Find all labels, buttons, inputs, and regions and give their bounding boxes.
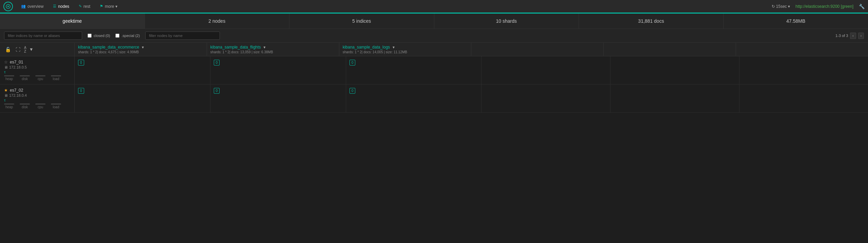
filter-icon[interactable]: ▼ xyxy=(29,47,34,52)
filter-indices-input[interactable] xyxy=(4,32,82,40)
index-name-row-2: kibana_sample_data_logs ▼ xyxy=(343,45,468,50)
empty-shard-1-5 xyxy=(739,85,868,112)
metric-load: load xyxy=(51,75,61,81)
metric-bar-disk xyxy=(20,75,30,76)
shards-count: 10 shards xyxy=(434,14,579,29)
index-col-header-0: kibana_sample_data_ecommerce ▼ shards: 1… xyxy=(75,43,207,56)
overview-icon: 👥 xyxy=(21,4,26,8)
shard-badge-1-2[interactable]: 0 xyxy=(350,88,356,94)
shard-cell-0-0: 0 xyxy=(75,56,210,84)
app-logo[interactable] xyxy=(3,2,13,11)
shard-badge-1-0[interactable]: 0 xyxy=(78,88,84,94)
metric-bar-load xyxy=(51,104,61,105)
lock-icon[interactable]: 🔓 xyxy=(4,46,12,53)
index-col-empty-4 xyxy=(604,43,736,56)
index-col-empty-3 xyxy=(471,43,604,56)
index-col-header-2: kibana_sample_data_logs ▼ shards: 1 * 2|… xyxy=(339,43,472,56)
node-type-es7_02: τ xyxy=(4,98,70,102)
empty-shard-0-4 xyxy=(610,56,739,84)
shard-badge-1-1[interactable]: 0 xyxy=(214,88,220,94)
more-icon: ⚑ xyxy=(100,4,103,8)
shard-cell-1-1: 0 xyxy=(210,85,346,112)
shard-cell-0-1: 0 xyxy=(210,56,346,84)
index-name-1[interactable]: kibana_sample_data_flights xyxy=(210,45,261,50)
shard-cell-1-2: 0 xyxy=(346,85,482,112)
metric-bar-heap xyxy=(4,75,14,76)
filter-nodes-input[interactable] xyxy=(145,32,220,40)
index-dropdown-0[interactable]: ▼ xyxy=(141,45,145,49)
nav-overview-label: overview xyxy=(27,4,43,9)
nav-nodes[interactable]: ☰ nodes xyxy=(49,2,73,11)
special-label: .special (2) xyxy=(121,34,140,38)
shard-cell-0-2: 0 xyxy=(346,56,482,84)
metric-heap: heap xyxy=(4,75,14,81)
nav-nodes-label: nodes xyxy=(58,4,69,9)
index-name-0[interactable]: kibana_sample_data_ecommerce xyxy=(78,45,139,50)
index-columns-header: kibana_sample_data_ecommerce ▼ shards: 1… xyxy=(75,43,868,56)
grid-header: 🔓 ⛶ A Z ▼ kibana_sample_data_ecommerce ▼… xyxy=(0,43,868,56)
indices-count: 5 indices xyxy=(289,14,434,29)
endpoint-url: http://elasticsearch:9200 [green] xyxy=(795,4,853,9)
index-name-row-1: kibana_sample_data_flights ▼ xyxy=(210,45,336,50)
sort-icon[interactable]: A Z xyxy=(24,46,26,53)
metric-disk: disk xyxy=(20,104,30,109)
node-star-es7_01[interactable]: ☆ xyxy=(4,60,8,64)
node-metrics-es7_01: heap disk cpu load xyxy=(4,75,70,81)
node-col-header: 🔓 ⛶ A Z ▼ xyxy=(0,43,75,56)
refresh-button[interactable]: ↻ 15sec ▾ xyxy=(772,4,790,9)
metric-bar-cpu xyxy=(35,104,45,105)
shard-cells: 0 0 0 xyxy=(75,85,868,112)
empty-shard-1-3 xyxy=(482,85,610,112)
topnav: 👥 overview ☰ nodes ✎ rest ⚑ more ▾ ↻ 15s… xyxy=(0,0,868,14)
empty-shard-1-4 xyxy=(610,85,739,112)
index-meta-2: shards: 1 * 2| docs: 14,005 | size: 11.1… xyxy=(343,50,468,54)
nav-rest-label: rest xyxy=(83,4,90,9)
closed-checkbox-label[interactable]: closed (0) xyxy=(88,34,110,38)
expand-icon[interactable]: ⛶ xyxy=(15,46,21,53)
nav-rest[interactable]: ✎ rest xyxy=(75,2,94,11)
metric-cpu: cpu xyxy=(35,75,45,81)
index-meta-1: shards: 1 * 2| docs: 13,059 | size: 6.38… xyxy=(210,50,336,54)
index-dropdown-2[interactable]: ▼ xyxy=(392,45,395,49)
topnav-right: ↻ 15sec ▾ http://elasticsearch:9200 [gre… xyxy=(772,4,865,9)
metric-disk: disk xyxy=(20,75,30,81)
index-dropdown-1[interactable]: ▼ xyxy=(263,45,266,49)
docs-count: 31,881 docs xyxy=(579,14,724,29)
cluster-name: geektime xyxy=(0,14,145,29)
metric-bar-cpu xyxy=(35,75,45,76)
metric-bar-load xyxy=(51,75,61,76)
node-name-row-es7_02: ★ es7_02 xyxy=(4,88,70,93)
shard-badge-0-2[interactable]: 0 xyxy=(350,60,356,66)
metric-heap: heap xyxy=(4,104,14,109)
nav-overview[interactable]: 👥 overview xyxy=(17,2,48,11)
nodes-icon: ☰ xyxy=(53,4,56,8)
nav-items: 👥 overview ☰ nodes ✎ rest ⚑ more ▾ xyxy=(17,2,772,11)
shard-cell-1-0: 0 xyxy=(75,85,210,112)
node-type-es7_01: τ xyxy=(4,70,70,74)
special-checkbox-label[interactable]: .special (2) xyxy=(115,34,140,38)
shard-badge-0-1[interactable]: 0 xyxy=(214,60,220,66)
prev-page-button[interactable]: ‹ xyxy=(850,33,856,39)
metric-cpu: cpu xyxy=(35,104,45,109)
svg-point-1 xyxy=(7,6,9,7)
next-page-button[interactable]: › xyxy=(858,33,864,39)
node-cell-es7_01: ☆ es7_01 🖥 172.18.0.5 τ heap disk cpu xyxy=(0,56,75,84)
node-name-row-es7_01: ☆ es7_01 xyxy=(4,60,70,64)
special-checkbox[interactable] xyxy=(115,34,119,38)
grid-rows: ☆ es7_01 🖥 172.18.0.5 τ heap disk cpu xyxy=(0,56,868,113)
shard-cells: 0 0 0 xyxy=(75,56,868,84)
summary-bar: geektime 2 nodes 5 indices 10 shards 31,… xyxy=(0,14,868,29)
pagination-info: 1-3 of 3 ‹ › xyxy=(835,33,864,39)
main-grid: 🔓 ⛶ A Z ▼ kibana_sample_data_ecommerce ▼… xyxy=(0,43,868,113)
index-name-2[interactable]: kibana_sample_data_logs xyxy=(343,45,390,50)
nav-more[interactable]: ⚑ more ▾ xyxy=(96,2,121,11)
nodes-count: 2 nodes xyxy=(145,14,290,29)
node-star-es7_02[interactable]: ★ xyxy=(4,88,8,93)
node-name-es7_01: es7_01 xyxy=(10,60,23,64)
index-col-empty-5 xyxy=(736,43,868,56)
node-ip-es7_01: 🖥 172.18.0.5 xyxy=(4,65,70,69)
settings-icon[interactable]: 🔧 xyxy=(859,4,865,9)
closed-checkbox[interactable] xyxy=(88,34,92,38)
refresh-label: ↻ 15sec ▾ xyxy=(772,4,790,9)
shard-badge-0-0[interactable]: 0 xyxy=(78,60,84,66)
